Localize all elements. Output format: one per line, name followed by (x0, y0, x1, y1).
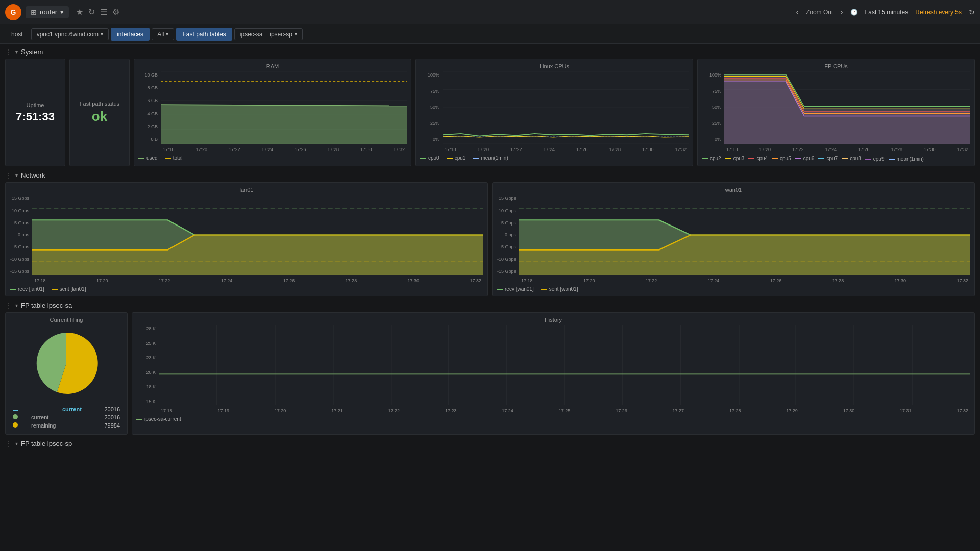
network-title: Network (21, 171, 45, 179)
linux-cpu-panel: Linux CPUs 100%75%50%25%0% (415, 59, 693, 166)
fp-pie-chart (28, 325, 105, 402)
app-name: router (40, 8, 57, 16)
nav-icons: ★ ↻ ☰ ⚙ (76, 7, 119, 17)
clock-icon: 🕐 (850, 9, 858, 16)
ram-title: RAM (138, 63, 407, 69)
system-section: ⋮ ▾ System Uptime 7:51:33 Fast path stat… (5, 48, 975, 166)
system-row: Uptime 7:51:33 Fast path status ok RAM 1… (5, 59, 975, 166)
fp-cpu-chart-inner (724, 71, 970, 144)
tab-vpnc1[interactable]: vpnc1.vpnc.6wind.com ▾ (31, 28, 109, 40)
refresh-icon[interactable]: ↻ (88, 7, 95, 17)
fp-ipsec-sa-pie-panel: Current filling current 20 (5, 312, 128, 435)
lan01-title: lan01 (10, 187, 483, 193)
fp-ipsec-sp-header[interactable]: ⋮ ▾ FP table ipsec-sp (5, 440, 975, 447)
topnav: G ⊞ router ▾ ★ ↻ ☰ ⚙ ‹ Zoom Out › 🕐 Last… (0, 0, 980, 24)
fp-cpu-x-axis: 17:1817:2017:2217:2417:2617:2817:3017:32 (724, 147, 970, 152)
history-chart-inner (159, 325, 970, 405)
fp-ipsec-sp-title: FP table ipsec-sp (21, 440, 72, 447)
network-chevron: ▾ (15, 172, 18, 178)
fp-cpu-y-axis: 100%75%50%25%0% (702, 71, 723, 143)
ram-legend: used total (138, 155, 407, 161)
drag-handle-fp: ⋮ (5, 302, 11, 309)
fp-ipsec-sa-chevron: ▾ (15, 303, 18, 308)
network-header[interactable]: ⋮ ▾ Network (5, 171, 975, 179)
tab-ipsec[interactable]: ipsec-sa + ipsec-sp ▾ (234, 28, 303, 40)
lan01-x-axis: 17:1817:2017:2217:2417:2617:2817:3017:32 (32, 278, 483, 283)
app-title-dropdown[interactable]: ⊞ router ▾ (26, 6, 69, 18)
fp-cpu-panel: FP CPUs 100%75%50%25%0% (697, 59, 975, 166)
lan01-chart-inner (32, 195, 483, 275)
linux-cpu-legend: cpu0 cpu1 mean(1min) (420, 155, 689, 161)
drag-handle-fp-sp: ⋮ (5, 440, 11, 447)
linux-cpu-x-axis: 17:1817:2017:2217:2417:2617:2817:3017:32 (443, 147, 689, 152)
linux-cpu-chart-inner (443, 71, 689, 144)
wan01-y-axis: 15 Gbps10 Gbps5 Gbps0 bps-5 Gbps-10 Gbps… (497, 195, 518, 275)
dropdown-arrow: ▾ (60, 8, 64, 16)
fp-ipsec-sa-title: FP table ipsec-sa (21, 302, 72, 309)
network-row: lan01 15 Gbps10 Gbps5 Gbps0 bps-5 Gbps-1… (5, 182, 975, 296)
fp-ipsec-sa-section: ⋮ ▾ FP table ipsec-sa Current filling (5, 302, 975, 435)
tab-fastpath[interactable]: Fast path tables (176, 28, 232, 41)
fp-ipsec-sa-row: Current filling current 20 (5, 312, 975, 435)
settings-icon[interactable]: ⚙ (112, 7, 119, 17)
linux-cpu-y-axis: 100%75%50%25%0% (420, 71, 442, 143)
chevron-down-icon: ▾ (15, 49, 18, 55)
refresh-button[interactable]: ↻ (969, 8, 975, 16)
ram-chart-inner (161, 71, 407, 144)
fp-pie-legend: current 20016 current 20016 remaining 79… (10, 405, 123, 430)
fp-cpu-title: FP CPUs (702, 63, 970, 69)
ram-y-axis: 10 GB8 GB6 GB4 GB2 GB0 B (138, 71, 160, 143)
main-content: ⋮ ▾ System Uptime 7:51:33 Fast path stat… (0, 44, 980, 455)
svg-marker-6 (161, 105, 407, 144)
uptime-panel: Uptime 7:51:33 (5, 59, 65, 166)
uptime-value: 7:51:33 (16, 110, 55, 123)
tab-interfaces[interactable]: interfaces (111, 28, 150, 41)
share-icon[interactable]: ☰ (100, 7, 107, 17)
star-icon[interactable]: ★ (76, 7, 83, 17)
history-x-axis: 17:1817:1917:2017:2117:2217:2317:2417:25… (159, 408, 970, 413)
fastpath-value: ok (92, 109, 107, 124)
wan01-legend: recv [wan01] sent [wan01] (497, 286, 970, 292)
wan01-panel: wan01 15 Gbps10 Gbps5 Gbps0 bps-5 Gbps-1… (492, 182, 975, 296)
ram-x-axis: 17:1817:2017:2217:2417:2617:2817:3017:32 (161, 147, 407, 152)
linux-cpu-title: Linux CPUs (420, 63, 689, 69)
tab-all[interactable]: All ▾ (152, 28, 174, 40)
wan01-x-axis: 17:1817:2017:2217:2417:2617:2817:3017:32 (519, 278, 970, 283)
zoom-right-button[interactable]: › (840, 8, 843, 17)
history-legend: ipsec-sa-current (136, 416, 970, 422)
time-range-label: Last 15 minutes (865, 9, 909, 16)
fp-cpu-legend: cpu2 cpu3 cpu4 cpu5 cpu6 cpu7 cpu8 cpu9 … (702, 155, 970, 162)
zoom-left-button[interactable]: ‹ (796, 8, 799, 17)
fastpath-status-panel: Fast path status ok (69, 59, 130, 166)
system-header[interactable]: ⋮ ▾ System (5, 48, 975, 56)
wan01-title: wan01 (497, 187, 970, 193)
app-logo: G (5, 4, 21, 20)
fp-ipsec-sp-section: ⋮ ▾ FP table ipsec-sp (5, 440, 975, 450)
fp-pie-title: Current filling (50, 317, 83, 323)
history-title: History (136, 317, 970, 323)
refresh-rate-label[interactable]: Refresh every 5s (915, 9, 962, 16)
grid-icon: ⊞ (31, 8, 37, 16)
wan01-chart-inner (519, 195, 970, 275)
fp-ipsec-sa-history-panel: History 28 K25 K23 K20 K18 K15 K (132, 312, 975, 435)
system-title: System (21, 48, 43, 56)
uptime-label: Uptime (27, 102, 44, 108)
lan01-legend: recv [lan01] sent [lan01] (10, 286, 483, 292)
tabbar: host vpnc1.vpnc.6wind.com ▾ interfaces A… (0, 24, 980, 44)
history-y-axis: 28 K25 K23 K20 K18 K15 K (136, 325, 158, 405)
fastpath-label: Fast path status (80, 101, 119, 107)
fp-ipsec-sa-header[interactable]: ⋮ ▾ FP table ipsec-sa (5, 302, 975, 309)
zoom-out-label[interactable]: Zoom Out (806, 9, 833, 16)
fp-ipsec-sp-chevron: ▾ (15, 441, 18, 446)
drag-handle: ⋮ (5, 48, 11, 56)
drag-handle-network: ⋮ (5, 172, 11, 179)
network-section: ⋮ ▾ Network lan01 15 Gbps10 Gbps5 Gbps0 … (5, 171, 975, 296)
lan01-y-axis: 15 Gbps10 Gbps5 Gbps0 bps-5 Gbps-10 Gbps… (10, 195, 31, 275)
nav-right: ‹ Zoom Out › 🕐 Last 15 minutes Refresh e… (796, 8, 975, 17)
lan01-panel: lan01 15 Gbps10 Gbps5 Gbps0 bps-5 Gbps-1… (5, 182, 488, 296)
ram-panel: RAM 10 GB8 GB6 GB4 GB2 GB0 B (134, 59, 411, 166)
tab-host[interactable]: host (5, 28, 29, 41)
